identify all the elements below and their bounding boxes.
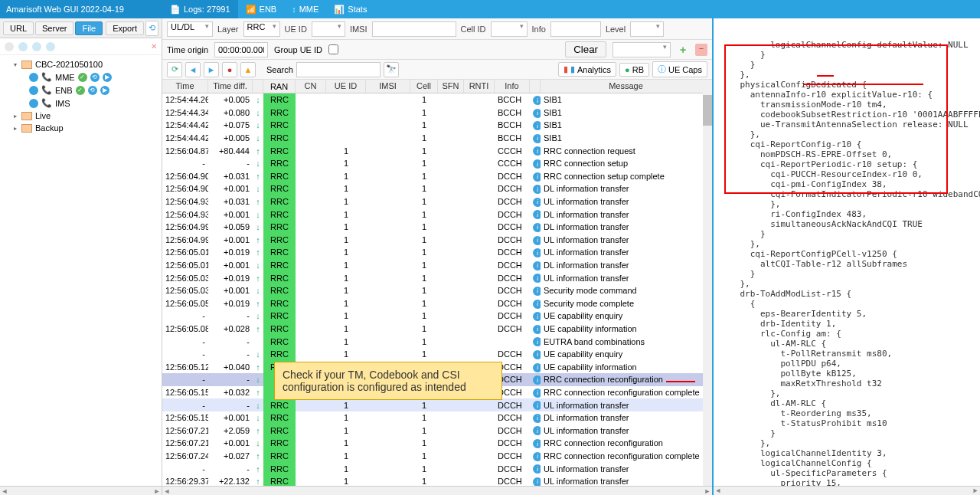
col-rnti[interactable]: RNTI <box>464 80 495 93</box>
col-time[interactable]: Time <box>162 80 208 93</box>
info-icon[interactable]: i <box>533 337 541 346</box>
col-info[interactable]: Info <box>495 80 530 93</box>
col-msg[interactable]: Message <box>541 80 712 93</box>
uldl-select[interactable]: UL/DL <box>167 21 213 37</box>
tree-backup[interactable]: ▸Backup <box>0 122 162 134</box>
center-hscroll[interactable]: ◄► <box>162 486 712 495</box>
tab-logs[interactable]: 📄Logs: 27991 <box>162 0 238 18</box>
play-icon[interactable]: ▶ <box>100 86 109 95</box>
info-icon[interactable]: i <box>533 439 541 448</box>
info-icon[interactable]: i <box>533 464 541 474</box>
table-body[interactable]: 12:54:44.269+0.005↓RRC1BCCHiSIB112:54:44… <box>162 93 712 486</box>
table-row[interactable]: 12:56:04.996+0.059↓RRC11DCCHiDL informat… <box>162 221 712 234</box>
table-row[interactable]: 12:56:05.016+0.019↑RRC11DCCHiUL informat… <box>162 246 712 259</box>
info-icon[interactable]: i <box>533 96 541 105</box>
info-icon[interactable]: i <box>533 300 541 309</box>
table-row[interactable]: 12:56:04.936+0.031↑RRC11DCCHiUL informat… <box>162 195 712 208</box>
table-row[interactable]: 12:56:05.056+0.019↑RRC11DCCHiSecurity mo… <box>162 297 712 310</box>
info-icon[interactable]: i <box>533 325 541 334</box>
info-icon[interactable]: i <box>533 414 541 423</box>
col-ueid[interactable]: UE ID <box>326 80 366 93</box>
dot-icon[interactable] <box>5 42 14 51</box>
table-row[interactable]: 12:56:29.376+22.132↑RRC11DCCHiUL informa… <box>162 475 712 486</box>
add-icon[interactable]: + <box>677 44 689 56</box>
info-icon[interactable]: i <box>533 248 541 257</box>
info-icon[interactable]: i <box>533 236 541 245</box>
refresh-icon[interactable]: ⟳ <box>167 62 182 77</box>
col-ran[interactable]: RAN <box>263 80 296 93</box>
info-icon[interactable]: i <box>533 274 541 283</box>
clear-button[interactable]: Clear <box>565 41 606 57</box>
info-icon[interactable]: i <box>533 109 541 118</box>
back-icon[interactable]: ◄ <box>185 62 201 77</box>
table-row[interactable]: 12:56:04.873+80.444↑RRC11CCCHiRRC connec… <box>162 144 712 157</box>
info-icon[interactable]: i <box>533 185 541 194</box>
col-diff[interactable]: Time diff. <box>208 80 253 93</box>
info-icon[interactable]: i <box>533 477 541 486</box>
table-row[interactable]: 12:56:05.017+0.001↓RRC11DCCHiDL informat… <box>162 259 712 272</box>
dot-icon[interactable] <box>18 42 28 51</box>
forward-icon[interactable]: ► <box>204 62 219 77</box>
info-icon[interactable]: i <box>533 172 541 182</box>
table-row[interactable]: 12:54:44.429+0.005↓RRC1BCCHiSIB1 <box>162 132 712 145</box>
cellid-select[interactable] <box>491 21 528 37</box>
play-icon[interactable]: ▶ <box>103 73 112 82</box>
url-button[interactable]: URL <box>3 21 34 35</box>
analytics-button[interactable]: ▮▮Analytics <box>558 62 616 77</box>
table-row[interactable]: 12:56:05.084+0.028↑RRC11DCCHiUE capabili… <box>162 323 712 336</box>
table-row[interactable]: 12:56:07.217+0.001↓RRC11DCCHiRRC connect… <box>162 437 712 450</box>
col-imsi[interactable]: IMSI <box>366 80 410 93</box>
remove-icon[interactable]: − <box>695 44 707 56</box>
group-ueid-checkbox[interactable] <box>328 44 338 54</box>
tab-enb[interactable]: 📶ENB <box>238 0 285 18</box>
info-icon[interactable]: i <box>533 210 541 219</box>
info-icon[interactable]: i <box>533 287 541 296</box>
clear-select[interactable] <box>612 42 671 57</box>
layer-select[interactable]: RRC <box>243 21 280 37</box>
vscroll[interactable] <box>703 80 712 486</box>
binoculars-icon[interactable]: 🔭 <box>384 62 399 77</box>
cycle-icon[interactable]: ⟲ <box>90 73 100 82</box>
info-icon[interactable]: i <box>533 134 541 143</box>
table-row[interactable]: 12:56:05.036+0.019↑RRC11DCCHiUL informat… <box>162 271 712 284</box>
table-row[interactable]: 12:56:07.244+0.027↑RRC11DCCHiRRC connect… <box>162 450 712 463</box>
table-row[interactable]: 12:56:07.216+2.059↑RRC11DCCHiUL informat… <box>162 424 712 437</box>
right-hscroll[interactable]: ◄► <box>714 486 980 495</box>
search-input[interactable] <box>296 62 381 77</box>
file-button[interactable]: File <box>75 21 103 35</box>
tab-stats[interactable]: 📊Stats <box>326 0 374 18</box>
table-row[interactable]: 12:54:44.349+0.080↓RRC1BCCHiSIB1 <box>162 107 712 120</box>
info-icon[interactable]: i <box>533 375 541 385</box>
tree-ims[interactable]: 📞IMS <box>0 97 162 110</box>
col-cn[interactable]: CN <box>296 80 326 93</box>
time-origin-input[interactable] <box>214 42 268 57</box>
tree-root[interactable]: ▾CBC-2021050100 <box>0 58 162 70</box>
dot-icon[interactable] <box>32 42 41 51</box>
table-row[interactable]: --↓RRC11CCCHiRRC connection setup <box>162 157 712 170</box>
table-row[interactable]: 12:56:04.937+0.001↓RRC11DCCHiDL informat… <box>162 208 712 221</box>
table-row[interactable]: 12:54:44.269+0.005↓RRC1BCCHiSIB1 <box>162 93 712 107</box>
code-panel[interactable]: logicalChannelConfig defaultValue: NULL … <box>714 18 980 495</box>
tree-mme[interactable]: 📞MME ✓⟲▶ <box>0 70 162 84</box>
info-icon[interactable]: i <box>533 426 541 435</box>
table-row[interactable]: --↑RRC11DCCHiUL information transfer <box>162 462 712 475</box>
info-icon[interactable]: i <box>533 388 541 398</box>
info-icon[interactable]: i <box>533 350 541 359</box>
table-row[interactable]: --↓RRC11DCCHiUE capability enquiry <box>162 348 712 361</box>
tab-mme[interactable]: ↕MME <box>284 0 326 18</box>
table-row[interactable]: 12:56:05.157+0.001↓RRC11DCCHiDL informat… <box>162 411 712 425</box>
tree-live[interactable]: ▸Live <box>0 110 162 122</box>
imsi-input[interactable] <box>372 21 456 37</box>
server-button[interactable]: Server <box>35 21 74 35</box>
table-row[interactable]: 12:56:04.997+0.001↑RRC11DCCHiUL informat… <box>162 234 712 247</box>
info-icon[interactable]: i <box>533 452 541 461</box>
dot-icon[interactable] <box>46 42 55 51</box>
info-icon[interactable]: i <box>533 401 541 410</box>
error-icon[interactable]: ● <box>222 62 237 77</box>
col-sfn[interactable]: SFN <box>438 80 464 93</box>
table-row[interactable]: --RRC11iEUTRA band combinations <box>162 335 712 348</box>
info-icon[interactable]: i <box>533 312 541 321</box>
info-icon[interactable]: i <box>533 146 541 156</box>
rb-button[interactable]: ●RB <box>619 63 649 77</box>
export-button[interactable]: Export <box>106 21 144 35</box>
